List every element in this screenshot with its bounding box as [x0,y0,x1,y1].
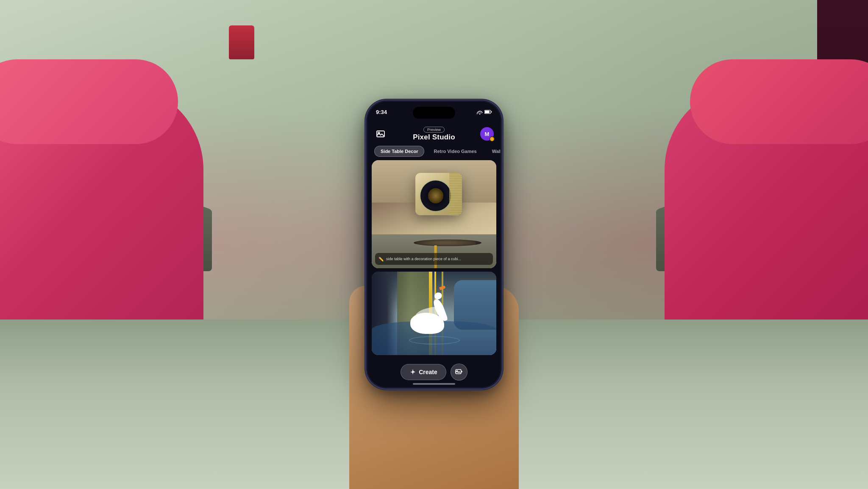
create-sparkle-icon [409,369,416,375]
image-card-swan[interactable] [372,272,496,355]
speaker-scene [372,160,496,268]
avatar[interactable]: M ! [480,127,494,141]
tab-retro-video-games[interactable]: Retro Video Games [428,146,482,156]
svg-rect-2 [491,111,492,113]
tab-wall-graffiti[interactable]: Wall Graffiti [486,146,501,156]
speaker-texture [449,173,462,215]
create-button[interactable]: Create [401,364,446,380]
battery-icon [484,110,492,114]
wifi-icon [477,110,483,114]
header-title-area: Preview Pixel Studio [413,127,455,142]
svg-rect-3 [377,131,384,137]
prompt-bar-card1: ✏️ side table with a decoration piece of… [375,253,493,265]
ambient-glow [416,239,476,247]
status-time: 9:34 [376,109,387,115]
phone-wrapper: 9:34 ◈ ❋ ⊳ [366,100,502,389]
image-card-speaker[interactable]: ✏️ side table with a decoration piece of… [372,160,496,268]
phone: 9:34 ◈ ❋ ⊳ [366,100,502,389]
create-label: Create [419,369,437,375]
dynamic-island [413,107,455,119]
red-cup [229,25,254,59]
tab-side-table-decor[interactable]: Side Table Decor [374,146,424,157]
category-tabs: Side Table Decor Retro Video Games Wall … [367,146,501,157]
swan [410,313,444,334]
edit-icon: ✏️ [378,257,384,261]
gallery-icon [376,130,386,138]
gallery-icon-btn[interactable] [374,127,388,141]
prompt-text-card1: side table with a decoration piece of a … [386,257,490,261]
speaker-box [415,173,462,215]
water-ripple [409,336,460,345]
status-icons [477,110,492,114]
phone-screen: 9:34 ◈ ❋ ⊳ [367,102,501,387]
image-add-icon [455,368,463,376]
home-indicator [413,383,455,385]
app-title: Pixel Studio [413,133,455,142]
svg-rect-1 [485,111,490,113]
content-area: ✏️ side table with a decoration piece of… [367,160,501,387]
image-add-button[interactable] [451,364,467,381]
action-bar: Create [367,364,501,381]
speaker-cone [428,188,443,203]
app-header: Preview Pixel Studio M ! [367,122,501,146]
swan-body-shape [410,313,444,334]
preview-badge: Preview [423,127,445,133]
avatar-letter: M [485,131,490,137]
avatar-notification-badge: ! [490,136,495,142]
swan-scene [372,272,496,355]
speaker-grille [420,181,451,211]
